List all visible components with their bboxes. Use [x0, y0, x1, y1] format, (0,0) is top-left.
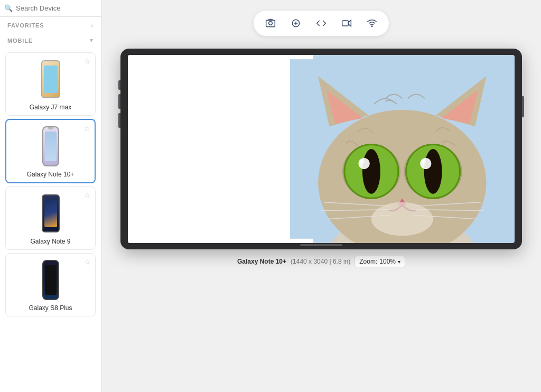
- inspect-button[interactable]: [287, 15, 304, 32]
- device-image: [42, 259, 59, 301]
- device-card-galaxy-note-10-plus[interactable]: ☆ Galaxy Note 10+: [5, 119, 96, 183]
- favorites-label: FAVORITES: [7, 22, 44, 29]
- sidebar: 🔍 « FAVORITES › MOBILE ▾ ☆ Galaxy J7 max…: [0, 0, 101, 392]
- mobile-chevron-icon: ▾: [90, 37, 94, 44]
- selected-device-label: Galaxy Note 10+: [237, 258, 286, 265]
- device-name: Galaxy S8 Plus: [29, 304, 72, 312]
- zoom-value: 100%: [379, 258, 396, 265]
- svg-point-23: [359, 158, 370, 169]
- star-icon[interactable]: ☆: [84, 191, 91, 200]
- power-button: [522, 96, 524, 117]
- bixby-button: [118, 113, 120, 128]
- home-indicator: [300, 244, 342, 246]
- favorites-section-header[interactable]: FAVORITES ›: [0, 17, 101, 32]
- cat-image-area: [290, 55, 515, 243]
- svg-point-26: [422, 159, 426, 163]
- network-button[interactable]: [363, 15, 380, 32]
- star-icon[interactable]: ☆: [84, 57, 91, 66]
- phone-screen: [45, 265, 57, 295]
- device-frame-wrapper: [120, 49, 522, 249]
- device-list: ☆ Galaxy J7 max ☆ Galaxy Note 10+ ☆: [0, 47, 101, 392]
- phone-notch: [48, 127, 53, 129]
- svg-point-1: [269, 22, 273, 25]
- svg-point-7: [371, 26, 372, 27]
- svg-point-34: [371, 202, 433, 236]
- status-bar: Galaxy Note 10+ (1440 x 3040 | 6.8 in) Z…: [237, 256, 405, 267]
- device-name: Galaxy J7 max: [30, 104, 71, 111]
- phone-shape: [42, 194, 60, 232]
- svg-point-22: [424, 149, 442, 194]
- phone-shape: [41, 60, 60, 98]
- code-button[interactable]: [313, 15, 330, 32]
- device-image: [41, 58, 60, 100]
- device-screen: [128, 55, 515, 243]
- device-card-galaxy-s8-plus[interactable]: ☆ Galaxy S8 Plus: [5, 253, 96, 316]
- main-content: Galaxy Note 10+ (1440 x 3040 | 6.8 in) Z…: [101, 0, 541, 392]
- device-name: Galaxy Note 10+: [27, 171, 74, 178]
- star-icon[interactable]: ☆: [84, 258, 91, 266]
- zoom-chevron-icon: ▾: [398, 259, 400, 265]
- phone-shape: [42, 260, 59, 300]
- volume-down-button: [118, 94, 120, 109]
- cat-illustration: [290, 55, 515, 243]
- screenshot-button[interactable]: [262, 15, 279, 32]
- svg-point-24: [421, 158, 432, 169]
- device-specs: (1440 x 3040 | 6.8 in): [291, 258, 350, 265]
- favorites-chevron-icon: ›: [91, 22, 94, 29]
- search-input[interactable]: [16, 4, 101, 12]
- device-image: [42, 192, 60, 235]
- screen-content-area: [128, 55, 313, 243]
- star-icon[interactable]: ☆: [83, 124, 90, 133]
- device-frame: [120, 49, 522, 249]
- device-card-galaxy-j7-max[interactable]: ☆ Galaxy J7 max: [5, 52, 96, 116]
- toolbar: [254, 11, 389, 36]
- record-button[interactable]: [338, 15, 355, 32]
- volume-up-button: [118, 80, 120, 90]
- svg-point-25: [360, 159, 364, 163]
- svg-rect-5: [342, 21, 349, 26]
- phone-screen: [44, 200, 57, 227]
- phone-shape: [42, 126, 59, 166]
- phone-screen: [45, 132, 57, 161]
- mobile-section-header[interactable]: MOBILE ▾: [0, 32, 101, 47]
- zoom-control[interactable]: Zoom: 100% ▾: [355, 256, 405, 267]
- mobile-label: MOBILE: [7, 38, 33, 44]
- device-card-galaxy-note-9[interactable]: ☆ Galaxy Note 9: [5, 186, 96, 250]
- zoom-label: Zoom:: [359, 258, 377, 265]
- device-name: Galaxy Note 9: [30, 238, 70, 245]
- svg-point-21: [362, 149, 380, 194]
- search-icon: 🔍: [4, 4, 13, 12]
- svg-marker-6: [348, 20, 351, 26]
- device-image: [42, 125, 59, 167]
- search-bar: 🔍 «: [0, 0, 101, 17]
- phone-screen: [44, 66, 58, 93]
